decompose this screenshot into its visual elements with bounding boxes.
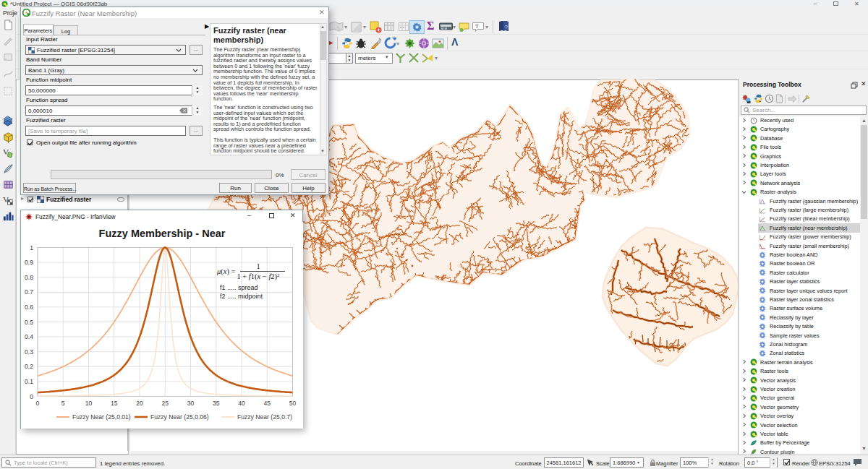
svg-text:Fuzzy Membership - Near: Fuzzy Membership - Near: [99, 228, 226, 239]
svg-text:25: 25: [161, 400, 169, 407]
svg-text:0.8: 0.8: [25, 274, 33, 281]
svg-text:1 + f1(x − f2)2: 1 + f1(x − f2)2: [237, 272, 280, 281]
svg-text:30: 30: [187, 400, 195, 407]
svg-text:0: 0: [36, 400, 40, 407]
svg-text:Fuzzy Near (25,0.06): Fuzzy Near (25,0.06): [150, 413, 209, 421]
svg-text:T: T: [475, 23, 479, 30]
svg-text:45: 45: [263, 400, 271, 407]
svg-text:1: 1: [256, 262, 260, 270]
svg-text:f2 ..... midpoint: f2 ..... midpoint: [220, 293, 263, 300]
svg-text:0.2: 0.2: [25, 363, 33, 370]
svg-text:0.5: 0.5: [25, 319, 33, 326]
svg-text:0.6: 0.6: [25, 304, 33, 311]
svg-text:20: 20: [136, 400, 143, 407]
svg-text:5: 5: [61, 400, 65, 407]
svg-text:M M: M M: [441, 27, 447, 30]
svg-text:0.1: 0.1: [25, 378, 33, 385]
svg-text:10: 10: [85, 400, 93, 407]
svg-text:0.3: 0.3: [25, 348, 33, 356]
svg-text:1: 1: [30, 244, 33, 251]
svg-text:15: 15: [111, 400, 118, 407]
svg-text:Fuzzy Near (25,0.01): Fuzzy Near (25,0.01): [72, 413, 131, 421]
svg-text:Fuzzy Near (25,0.7): Fuzzy Near (25,0.7): [237, 413, 292, 421]
svg-text:35: 35: [213, 400, 220, 407]
svg-text:50: 50: [289, 400, 297, 407]
svg-text:0.4: 0.4: [25, 333, 33, 340]
svg-text:0.9: 0.9: [25, 259, 33, 266]
svg-text:?: ?: [505, 24, 509, 30]
svg-text:f1 ..... spread: f1 ..... spread: [220, 284, 258, 291]
svg-text:40: 40: [238, 400, 245, 407]
svg-text:0: 0: [30, 393, 33, 400]
svg-text:0.7: 0.7: [25, 288, 33, 296]
svg-text:μ(x) =: μ(x) =: [216, 267, 236, 276]
